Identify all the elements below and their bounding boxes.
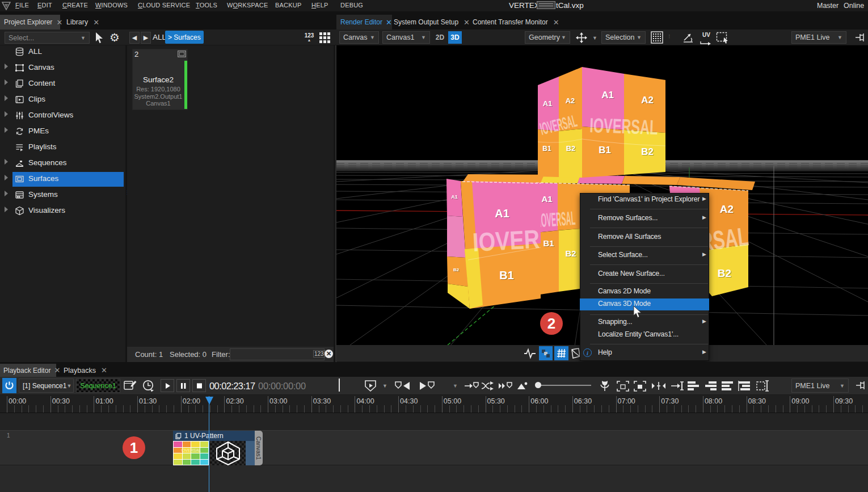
svg-text:B2: B2 — [453, 267, 460, 272]
svg-text:A1: A1 — [541, 194, 552, 204]
svg-text:B1: B1 — [543, 238, 554, 248]
svg-text:B2: B2 — [718, 267, 731, 279]
svg-text:B2: B2 — [565, 249, 576, 258]
svg-text:IOVERSAL: IOVERSAL — [538, 207, 576, 231]
svg-text:IOVERSAL: IOVERSAL — [589, 113, 658, 139]
svg-text:B2: B2 — [566, 144, 576, 153]
svg-text:A2: A2 — [720, 203, 734, 215]
svg-text:B1: B1 — [599, 145, 611, 155]
svg-text:A1: A1 — [543, 99, 553, 108]
svg-text:B1: B1 — [542, 145, 551, 153]
svg-text:A1: A1 — [451, 194, 458, 200]
svg-text:B1: B1 — [499, 269, 514, 281]
svg-text:A2: A2 — [566, 96, 575, 105]
svg-text:A2: A2 — [641, 95, 654, 106]
svg-text:A1: A1 — [601, 90, 614, 100]
svg-text:IOVER: IOVER — [472, 224, 541, 257]
svg-text:A1: A1 — [495, 207, 509, 220]
svg-text:B2: B2 — [641, 146, 654, 157]
